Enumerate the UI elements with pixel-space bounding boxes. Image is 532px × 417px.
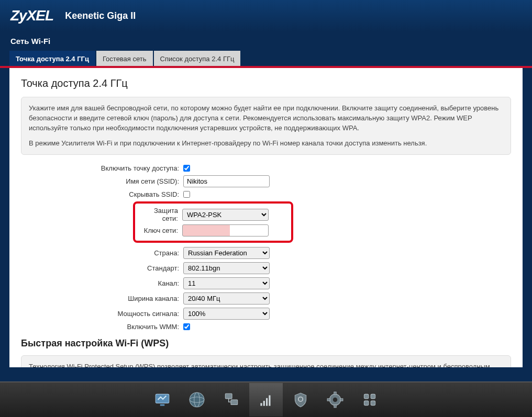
standard-select[interactable]: 802.11bgn [183,262,270,274]
info-box: Укажите имя для вашей беспроводной сети,… [21,97,511,155]
hide-ssid-label: Скрывать SSID: [21,190,183,198]
svg-rect-5 [225,393,232,399]
ssid-input[interactable] [183,175,270,187]
nav-apps-icon[interactable] [353,383,386,416]
wps-info-text: Технология Wi-Fi Protected Setup (WPS) п… [29,362,503,367]
header: ZyXEL Keenetic Giga II [0,0,532,31]
svg-rect-21 [371,401,375,405]
page-category: Сеть Wi-Fi [10,37,522,46]
svg-rect-19 [371,394,375,399]
hide-ssid-checkbox[interactable] [183,191,190,198]
svg-rect-1 [160,404,165,406]
wmm-label: Включить WMM: [21,323,183,331]
svg-point-2 [190,392,204,407]
nav-monitor-icon[interactable] [146,383,179,416]
standard-label: Стандарт: [21,264,183,272]
logo: ZyXEL [10,7,53,24]
svg-rect-20 [364,401,369,405]
enable-ap-checkbox[interactable] [183,165,190,172]
svg-rect-7 [260,403,262,405]
content: Точка доступа 2.4 ГГц Укажите имя для ва… [9,68,523,367]
wps-info-box: Технология Wi-Fi Protected Setup (WPS) п… [21,355,511,367]
nav-gear-icon[interactable] [318,383,352,416]
svg-rect-16 [327,399,330,401]
svg-rect-9 [266,398,268,406]
tab-access-list[interactable]: Список доступа 2.4 ГГц [154,51,241,66]
svg-rect-10 [269,396,270,406]
section-title: Точка доступа 2.4 ГГц [21,77,511,89]
enable-ap-label: Включить точку доступа: [21,164,183,172]
wps-title: Быстрая настройка Wi-Fi (WPS) [21,338,511,349]
info-text-2: В режиме Усилителя Wi-Fi и при подключен… [29,139,503,149]
wmm-checkbox[interactable] [183,323,190,330]
nav-wifi-icon[interactable] [249,383,283,416]
tab-access-point[interactable]: Точка доступа 2.4 ГГц [9,51,95,66]
nav-shield-icon[interactable] [284,383,317,416]
subheader: Сеть Wi-Fi [0,31,532,48]
svg-rect-14 [334,392,336,395]
power-label: Мощность сигнала: [21,310,183,318]
key-input[interactable] [182,224,269,236]
tabs: Точка доступа 2.4 ГГц Гостевая сеть Спис… [0,48,532,68]
svg-rect-17 [340,399,343,401]
svg-rect-18 [364,394,369,399]
bottom-nav [0,381,532,417]
info-text-1: Укажите имя для вашей беспроводной сети,… [29,104,503,133]
tab-guest-network[interactable]: Гостевая сеть [96,51,153,66]
country-select[interactable]: Russian Federation [183,247,270,259]
country-label: Страна: [21,249,183,257]
svg-rect-15 [334,405,336,408]
nav-globe-icon[interactable] [180,383,214,416]
power-select[interactable]: 100% [183,308,270,320]
channel-select[interactable]: 11 [183,277,270,289]
channel-label: Канал: [21,279,183,287]
key-label: Ключ сети: [139,227,182,234]
svg-point-13 [333,398,338,402]
nav-network-icon[interactable] [215,383,248,416]
ssid-label: Имя сети (SSID): [21,177,183,185]
model-name: Keenetic Giga II [65,10,136,21]
security-highlight: Защита сети: WPA2-PSK Ключ сети: [133,201,293,243]
width-select[interactable]: 20/40 МГц [183,292,270,305]
security-select[interactable]: WPA2-PSK [182,209,269,221]
svg-rect-6 [231,400,238,405]
svg-rect-8 [263,401,265,406]
security-label: Защита сети: [139,207,182,222]
width-label: Ширина канала: [21,295,183,302]
